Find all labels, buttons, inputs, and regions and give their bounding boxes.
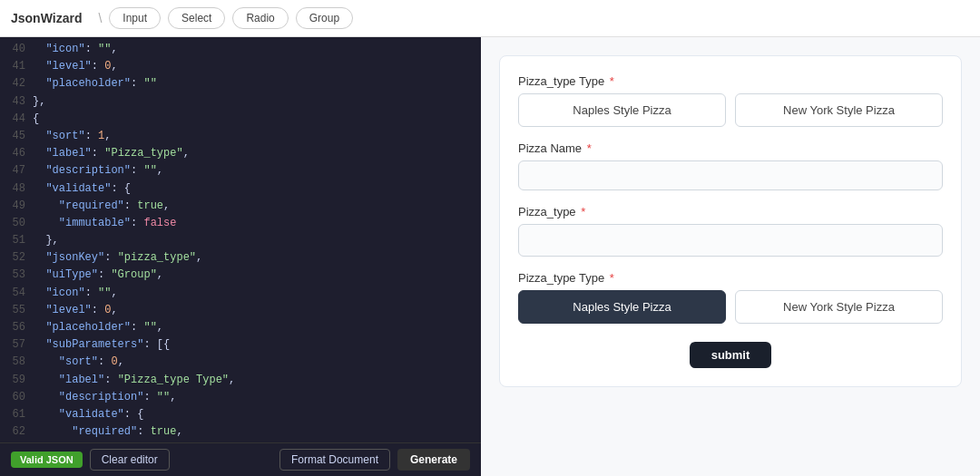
code-line: 49 "required": true,: [0, 198, 481, 215]
line-content: "placeholder": "": [33, 75, 157, 92]
label-pizza-name: Pizza Name *: [518, 141, 943, 155]
line-content: },: [33, 93, 45, 111]
line-content: "validate": {: [33, 406, 143, 423]
line-number: 45: [0, 128, 33, 145]
code-line: 58 "sort": 0,: [0, 354, 481, 371]
code-line: 40 "icon": "",: [0, 41, 481, 58]
code-line: 51 },: [0, 232, 481, 249]
line-number: 55: [0, 302, 33, 319]
topbar: JsonWizard \ Input Select Radio Group: [0, 0, 980, 37]
line-number: 48: [0, 180, 33, 198]
generate-button[interactable]: Generate: [397, 449, 470, 471]
submit-row: submit: [518, 342, 943, 368]
pizza-name-input[interactable]: [518, 160, 943, 190]
line-content: "icon": "",: [33, 41, 118, 58]
preview-panel: Pizza_type Type * Naples Style Pizza New…: [481, 37, 980, 476]
code-line: 48 "validate": {: [0, 180, 481, 198]
line-number: 60: [0, 389, 33, 406]
radio-naples-bottom[interactable]: Naples Style Pizza: [518, 290, 726, 324]
code-line: 60 "description": "",: [0, 389, 481, 406]
line-number: 53: [0, 267, 33, 284]
radio-newyork-bottom[interactable]: New York Style Pizza: [735, 290, 943, 324]
line-content: },: [33, 232, 59, 249]
line-content: "required": true,: [33, 423, 183, 441]
line-content: "uiType": "Group",: [33, 267, 163, 284]
code-line: 52 "jsonKey": "pizza_type",: [0, 249, 481, 267]
code-line: 44{: [0, 111, 481, 128]
line-content: "required": true,: [33, 198, 170, 215]
line-content: "description": "",: [33, 162, 163, 180]
app-title: JsonWizard: [11, 11, 82, 25]
line-number: 61: [0, 406, 33, 423]
line-content: "icon": "",: [33, 285, 118, 302]
line-number: 46: [0, 145, 33, 162]
code-line: 45 "sort": 1,: [0, 128, 481, 145]
line-number: 49: [0, 198, 33, 215]
code-line: 56 "placeholder": "",: [0, 319, 481, 336]
code-line: 43},: [0, 93, 481, 111]
tab-input[interactable]: Input: [109, 7, 161, 29]
tab-radio[interactable]: Radio: [232, 7, 288, 29]
editor-panel: 40 "icon": "",41 "level": 0,42 "placehol…: [0, 37, 481, 476]
line-number: 52: [0, 249, 33, 267]
format-document-button[interactable]: Format Document: [279, 449, 390, 471]
code-line: 47 "description": "",: [0, 162, 481, 180]
line-number: 54: [0, 285, 33, 302]
label-pizza-type-group: Pizza_type *: [518, 205, 943, 219]
code-line: 53 "uiType": "Group",: [0, 267, 481, 284]
line-content: "validate": {: [33, 180, 131, 198]
form-card: Pizza_type Type * Naples Style Pizza New…: [499, 55, 962, 387]
code-line: 62 "required": true,: [0, 423, 481, 441]
editor-content[interactable]: 40 "icon": "",41 "level": 0,42 "placehol…: [0, 37, 481, 442]
code-line: 41 "level": 0,: [0, 58, 481, 75]
radio-newyork-top[interactable]: New York Style Pizza: [735, 93, 943, 127]
line-content: "sort": 1,: [33, 128, 111, 145]
field-pizza-type-bottom: Pizza_type Type * Naples Style Pizza New…: [518, 271, 943, 324]
line-content: "label": "Pizza_type",: [33, 145, 190, 162]
valid-json-badge: Valid JSON: [11, 452, 83, 468]
line-number: 62: [0, 423, 33, 441]
tab-group[interactable]: Group: [296, 7, 353, 29]
code-line: 50 "immutable": false: [0, 215, 481, 232]
required-star-4: *: [606, 271, 614, 285]
code-line: 54 "icon": "",: [0, 285, 481, 302]
field-pizza-type-top: Pizza_type Type * Naples Style Pizza New…: [518, 74, 943, 127]
line-number: 41: [0, 58, 33, 75]
line-number: 56: [0, 319, 33, 336]
code-line: 42 "placeholder": "": [0, 75, 481, 92]
required-star-3: *: [578, 205, 586, 219]
line-content: "placeholder": "",: [33, 319, 163, 336]
line-number: 51: [0, 232, 33, 249]
radio-row-bottom: Naples Style Pizza New York Style Pizza: [518, 290, 943, 324]
line-number: 42: [0, 75, 33, 92]
main-layout: 40 "icon": "",41 "level": 0,42 "placehol…: [0, 37, 980, 476]
tab-select[interactable]: Select: [168, 7, 225, 29]
line-number: 58: [0, 354, 33, 371]
code-line: 59 "label": "Pizza_type Type",: [0, 372, 481, 389]
radio-naples-top[interactable]: Naples Style Pizza: [518, 93, 726, 127]
submit-button[interactable]: submit: [690, 342, 772, 368]
line-number: 57: [0, 336, 33, 354]
code-line: 57 "subParameters": [{: [0, 336, 481, 354]
line-content: "description": "",: [33, 389, 176, 406]
line-content: "subParameters": [{: [33, 336, 170, 354]
clear-editor-button[interactable]: Clear editor: [90, 449, 170, 471]
pizza-type-group-box: [518, 224, 943, 257]
label-pizza-type-bottom: Pizza_type Type *: [518, 271, 943, 285]
code-line: 61 "validate": {: [0, 406, 481, 423]
required-star-1: *: [606, 74, 614, 88]
line-content: {: [33, 111, 39, 128]
field-pizza-type-group: Pizza_type *: [518, 205, 943, 257]
field-pizza-name: Pizza Name *: [518, 141, 943, 190]
line-number: 59: [0, 372, 33, 389]
line-number: 40: [0, 41, 33, 58]
line-number: 43: [0, 93, 33, 111]
line-number: 47: [0, 162, 33, 180]
required-star-2: *: [583, 141, 592, 155]
line-number: 44: [0, 111, 33, 128]
editor-bottom: Valid JSON Clear editor Format Document …: [0, 442, 481, 476]
title-slash: \: [98, 11, 102, 25]
line-content: "label": "Pizza_type Type",: [33, 372, 235, 389]
line-content: "jsonKey": "pizza_type",: [33, 249, 202, 267]
radio-row-top: Naples Style Pizza New York Style Pizza: [518, 93, 943, 127]
